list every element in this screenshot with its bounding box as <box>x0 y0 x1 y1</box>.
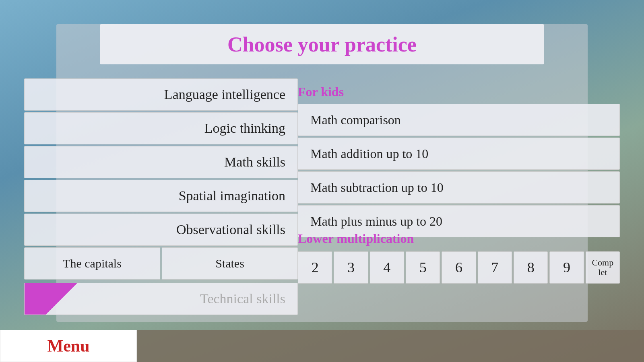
left-item-math-skills[interactable]: Math skills <box>24 146 298 178</box>
num-btn-8[interactable]: 8 <box>514 251 548 284</box>
left-item-language-intelligence[interactable]: Language intelligence <box>24 78 298 111</box>
lower-multiplication-label: Lower multiplication <box>298 231 414 246</box>
left-item-the-capitals[interactable]: The capitals <box>24 247 160 280</box>
num-btn-complet[interactable]: Complet <box>586 251 620 284</box>
num-btn-3[interactable]: 3 <box>334 251 368 284</box>
title-box: Choose your practice <box>100 24 544 64</box>
right-panel: Math comparison Math addition up to 10 M… <box>298 104 620 237</box>
num-btn-6[interactable]: 6 <box>442 251 476 284</box>
right-item-math-subtraction[interactable]: Math subtraction up to 10 <box>298 171 620 204</box>
page-title: Choose your practice <box>227 33 417 56</box>
for-kids-label: For kids <box>298 84 344 99</box>
num-btn-9[interactable]: 9 <box>549 251 584 284</box>
right-item-math-addition[interactable]: Math addition up to 10 <box>298 138 620 170</box>
available-soon-badge: Available soon <box>25 283 77 315</box>
num-btn-2[interactable]: 2 <box>298 251 332 284</box>
available-soon-text: Available soon <box>24 314 47 315</box>
menu-label: Menu <box>47 336 90 356</box>
bottom-left-row: The capitals States <box>24 247 298 280</box>
num-btn-5[interactable]: 5 <box>406 251 440 284</box>
left-item-spatial-imagination[interactable]: Spatial imagination <box>24 180 298 212</box>
left-item-states[interactable]: States <box>162 247 298 280</box>
left-item-logic-thinking[interactable]: Logic thinking <box>24 112 298 144</box>
left-item-technical-skills: Available soon Technical skills <box>24 283 298 315</box>
right-item-math-comparison[interactable]: Math comparison <box>298 104 620 136</box>
left-panel: Language intelligence Logic thinking Mat… <box>24 78 298 247</box>
left-item-observational-skills[interactable]: Observational skills <box>24 214 298 246</box>
menu-button[interactable]: Menu <box>0 330 137 362</box>
num-btn-4[interactable]: 4 <box>370 251 404 284</box>
number-row: 2 3 4 5 6 7 8 9 Complet <box>298 251 620 284</box>
num-btn-7[interactable]: 7 <box>478 251 512 284</box>
